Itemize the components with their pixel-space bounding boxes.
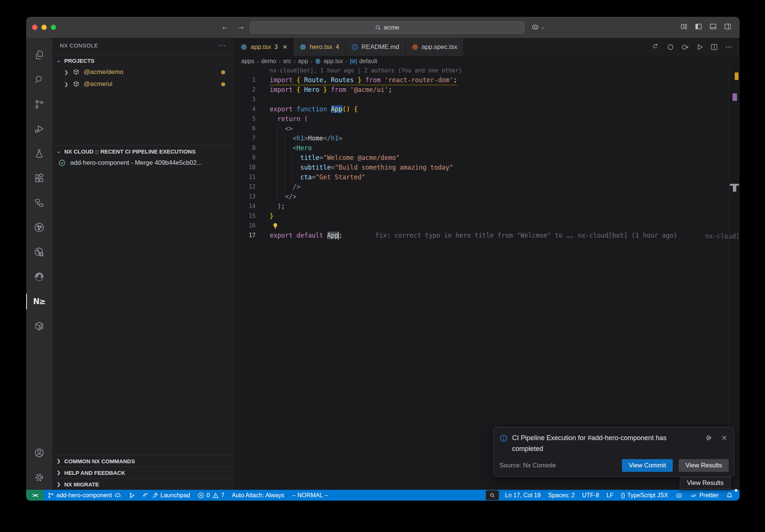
project-item-acme-ui[interactable]: ❯ @acme/ui bbox=[52, 78, 234, 90]
search-value: acme bbox=[384, 24, 399, 31]
toggle-sidebar-icon[interactable] bbox=[695, 23, 702, 30]
toggle-panel-icon[interactable] bbox=[709, 23, 717, 30]
close-icon[interactable] bbox=[721, 434, 728, 442]
code-line[interactable]: 16 bbox=[235, 221, 740, 231]
code-editor[interactable]: nx-cloud[bot], 1 hour ago | 2 authors (Y… bbox=[235, 66, 740, 490]
tab-readme-md[interactable]: README.md bbox=[346, 38, 406, 56]
cursor-position-status[interactable]: Ln 17, Col 19 bbox=[501, 490, 544, 501]
section-common-nx-commands[interactable]: ❯ COMMON NX COMMANDS bbox=[52, 455, 234, 467]
pipeline-execution-item[interactable]: add-hero-component - Merge 409b44e5cb02.… bbox=[52, 157, 234, 169]
sync-icon[interactable] bbox=[666, 43, 675, 51]
activity-testing[interactable] bbox=[26, 141, 52, 166]
breadcrumb-item[interactable]: app.tsx bbox=[323, 58, 343, 65]
code-line[interactable]: 17export default App;fix: correct typo i… bbox=[235, 231, 740, 240]
split-editor-icon[interactable] bbox=[710, 43, 718, 51]
back-arrow-icon[interactable]: ← bbox=[221, 22, 229, 31]
notification-dot bbox=[735, 489, 737, 492]
section-help-and-feedback[interactable]: ❯ HELP AND FEEDBACK bbox=[52, 467, 234, 478]
more-actions-icon[interactable] bbox=[725, 43, 733, 51]
code-line[interactable]: 8 <Hero bbox=[235, 143, 740, 153]
auto-attach-status[interactable]: Auto Attach: Always bbox=[228, 490, 288, 501]
activity-explorer[interactable] bbox=[26, 43, 52, 67]
activity-references[interactable] bbox=[26, 191, 52, 215]
code-line[interactable]: 3 bbox=[235, 95, 740, 104]
lightbulb-icon[interactable] bbox=[272, 223, 279, 229]
open-changes-icon[interactable] bbox=[652, 43, 660, 51]
launchpad-status[interactable]: Launchpad bbox=[139, 490, 194, 501]
tab-app-spec-tsx[interactable]: app.spec.tsx bbox=[406, 38, 464, 56]
status-bar: >< add-hero-component bbox=[26, 490, 740, 501]
breadcrumb-item[interactable]: default bbox=[359, 58, 377, 65]
minimize-window-button[interactable] bbox=[41, 25, 47, 30]
copilot-menu[interactable]: ⌄ bbox=[531, 23, 545, 31]
activity-nx-console[interactable]: N≥ bbox=[26, 289, 52, 314]
maximize-window-button[interactable] bbox=[51, 25, 56, 30]
blame-edge-text: nx-cloud[b bbox=[705, 231, 740, 241]
zoom-out-overlay[interactable] bbox=[486, 490, 499, 500]
problems-status[interactable]: 0 7 bbox=[194, 490, 228, 501]
indentation-status[interactable]: Spaces: 2 bbox=[544, 490, 578, 501]
toggle-secondary-sidebar-icon[interactable] bbox=[724, 23, 731, 30]
git-blame-header[interactable]: nx-cloud[bot], 1 hour ago | 2 authors (Y… bbox=[235, 66, 740, 75]
breadcrumb-item[interactable]: apps bbox=[241, 58, 254, 65]
settings-menu[interactable] bbox=[26, 465, 52, 490]
language-mode-status[interactable]: {} TypeScript JSX bbox=[617, 490, 672, 501]
section-nx-migrate[interactable]: ❯ NX MIGRATE bbox=[52, 478, 234, 490]
line-number: 2 bbox=[235, 85, 255, 95]
tab-hero-tsx[interactable]: hero.tsx 4 bbox=[294, 38, 345, 56]
command-center-search[interactable]: acme bbox=[250, 21, 524, 34]
formatter-status[interactable]: Prettier bbox=[687, 490, 722, 501]
project-item-acme-demo[interactable]: ❯ @acme/demo bbox=[52, 66, 234, 78]
sidebar-header: NX CONSOLE ··· bbox=[52, 38, 234, 52]
code-line[interactable]: 13 </> bbox=[235, 192, 740, 201]
vim-mode-status[interactable]: -- NORMAL -- bbox=[288, 490, 332, 501]
check-circle-icon bbox=[58, 159, 66, 167]
eol-status[interactable]: LF bbox=[603, 490, 617, 501]
view-commit-button[interactable]: View Commit bbox=[622, 459, 673, 472]
customize-layout-icon[interactable] bbox=[680, 23, 688, 30]
tab-app-tsx[interactable]: app.tsx 3 ✕ bbox=[235, 38, 294, 56]
copilot-status[interactable] bbox=[672, 490, 687, 501]
code-line[interactable]: 2import { Hero } from '@acme/ui'; bbox=[235, 85, 740, 95]
code-line[interactable]: 15} bbox=[235, 211, 740, 221]
breadcrumb-item[interactable]: src bbox=[283, 58, 291, 65]
open-preview-icon[interactable] bbox=[681, 43, 689, 51]
remote-indicator[interactable]: >< bbox=[26, 490, 44, 501]
code-line[interactable]: 12 /> bbox=[235, 182, 740, 192]
section-projects[interactable]: ⌄ PROJECTS bbox=[52, 55, 234, 66]
git-graph-status[interactable] bbox=[125, 490, 139, 501]
encoding-status[interactable]: UTF-8 bbox=[578, 490, 603, 501]
code-line[interactable]: 14 ); bbox=[235, 201, 740, 211]
close-window-button[interactable] bbox=[32, 25, 37, 30]
run-icon[interactable] bbox=[696, 43, 704, 51]
code-line[interactable]: 10 subtitle="Build something amazing tod… bbox=[235, 163, 740, 172]
activity-extensions[interactable] bbox=[26, 166, 52, 191]
notifications-status[interactable] bbox=[722, 490, 737, 501]
line-number: 15 bbox=[235, 211, 255, 221]
activity-containers[interactable] bbox=[26, 314, 52, 338]
activity-nx-graph[interactable] bbox=[26, 215, 52, 240]
git-branch-status[interactable]: add-hero-component bbox=[44, 490, 125, 501]
code-line[interactable]: 11 cta="Get Started" bbox=[235, 172, 740, 182]
line-number: 5 bbox=[235, 114, 255, 124]
activity-source-control[interactable] bbox=[26, 92, 52, 117]
code-line[interactable]: 1import { Route, Routes } from 'react-ro… bbox=[235, 75, 740, 85]
breadcrumb-item[interactable]: demo bbox=[261, 58, 276, 65]
more-actions-icon[interactable]: ··· bbox=[218, 41, 226, 49]
code-line[interactable]: 4export function App() { bbox=[235, 104, 740, 114]
code-line[interactable]: 9 title="Welcome @acme/demo" bbox=[235, 153, 740, 163]
activity-edge-browser[interactable] bbox=[26, 265, 52, 289]
code-line[interactable]: 5 return ( bbox=[235, 114, 740, 124]
breadcrumb-item[interactable]: app bbox=[298, 58, 308, 65]
close-tab-icon[interactable]: ✕ bbox=[283, 44, 288, 50]
activity-nx-graph-search[interactable] bbox=[26, 240, 52, 265]
accounts-menu[interactable] bbox=[26, 440, 52, 465]
section-nx-cloud[interactable]: ⌄ NX CLOUD :: RECENT CI PIPELINE EXECUTI… bbox=[52, 146, 234, 157]
code-line[interactable]: 6 <> bbox=[235, 124, 740, 133]
forward-arrow-icon[interactable]: → bbox=[237, 22, 245, 31]
gear-icon[interactable] bbox=[705, 434, 712, 442]
view-results-button[interactable]: View Results bbox=[679, 459, 729, 472]
code-line[interactable]: 7 <h1>Home</h1> bbox=[235, 133, 740, 143]
activity-search[interactable] bbox=[26, 67, 52, 92]
activity-run-debug[interactable] bbox=[26, 117, 52, 141]
